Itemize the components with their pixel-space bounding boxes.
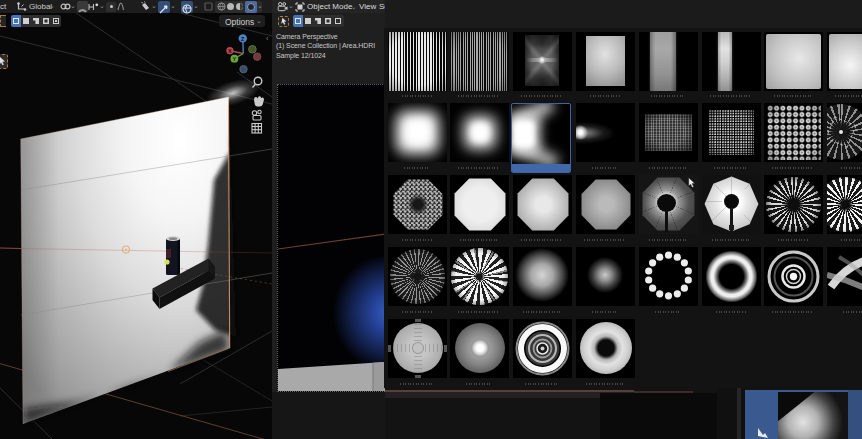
svg-text:X: X: [228, 48, 232, 54]
svg-text:‹: ‹: [266, 35, 269, 42]
svg-text:Y: Y: [233, 56, 237, 62]
